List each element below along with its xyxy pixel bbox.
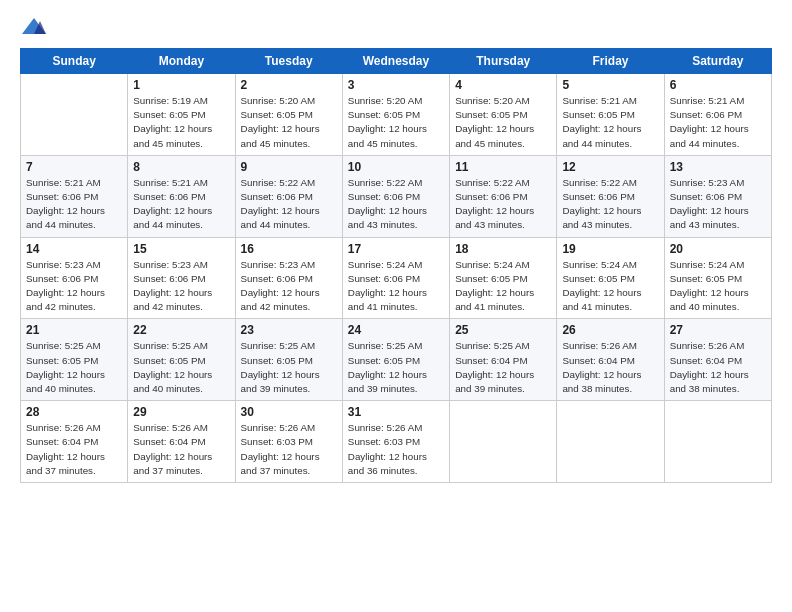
weekday-header-wednesday: Wednesday — [342, 49, 449, 74]
day-detail: Sunrise: 5:24 AM Sunset: 6:06 PM Dayligh… — [348, 258, 444, 315]
week-row-5: 28Sunrise: 5:26 AM Sunset: 6:04 PM Dayli… — [21, 401, 772, 483]
day-number: 16 — [241, 242, 337, 256]
week-row-1: 1Sunrise: 5:19 AM Sunset: 6:05 PM Daylig… — [21, 74, 772, 156]
day-detail: Sunrise: 5:23 AM Sunset: 6:06 PM Dayligh… — [670, 176, 766, 233]
day-number: 14 — [26, 242, 122, 256]
calendar-cell: 3Sunrise: 5:20 AM Sunset: 6:05 PM Daylig… — [342, 74, 449, 156]
day-number: 11 — [455, 160, 551, 174]
day-detail: Sunrise: 5:26 AM Sunset: 6:04 PM Dayligh… — [26, 421, 122, 478]
page: SundayMondayTuesdayWednesdayThursdayFrid… — [0, 0, 792, 612]
calendar-cell: 4Sunrise: 5:20 AM Sunset: 6:05 PM Daylig… — [450, 74, 557, 156]
weekday-header-thursday: Thursday — [450, 49, 557, 74]
day-detail: Sunrise: 5:20 AM Sunset: 6:05 PM Dayligh… — [348, 94, 444, 151]
day-number: 4 — [455, 78, 551, 92]
calendar-cell: 16Sunrise: 5:23 AM Sunset: 6:06 PM Dayli… — [235, 237, 342, 319]
calendar-cell: 17Sunrise: 5:24 AM Sunset: 6:06 PM Dayli… — [342, 237, 449, 319]
calendar-cell: 1Sunrise: 5:19 AM Sunset: 6:05 PM Daylig… — [128, 74, 235, 156]
day-detail: Sunrise: 5:26 AM Sunset: 6:04 PM Dayligh… — [670, 339, 766, 396]
weekday-header-tuesday: Tuesday — [235, 49, 342, 74]
day-detail: Sunrise: 5:21 AM Sunset: 6:06 PM Dayligh… — [26, 176, 122, 233]
weekday-header-monday: Monday — [128, 49, 235, 74]
week-row-3: 14Sunrise: 5:23 AM Sunset: 6:06 PM Dayli… — [21, 237, 772, 319]
calendar-cell: 7Sunrise: 5:21 AM Sunset: 6:06 PM Daylig… — [21, 155, 128, 237]
day-number: 15 — [133, 242, 229, 256]
day-number: 29 — [133, 405, 229, 419]
calendar-cell: 15Sunrise: 5:23 AM Sunset: 6:06 PM Dayli… — [128, 237, 235, 319]
day-detail: Sunrise: 5:20 AM Sunset: 6:05 PM Dayligh… — [241, 94, 337, 151]
week-row-2: 7Sunrise: 5:21 AM Sunset: 6:06 PM Daylig… — [21, 155, 772, 237]
day-number: 1 — [133, 78, 229, 92]
day-detail: Sunrise: 5:24 AM Sunset: 6:05 PM Dayligh… — [455, 258, 551, 315]
day-detail: Sunrise: 5:25 AM Sunset: 6:05 PM Dayligh… — [26, 339, 122, 396]
calendar-cell: 14Sunrise: 5:23 AM Sunset: 6:06 PM Dayli… — [21, 237, 128, 319]
logo — [20, 16, 52, 38]
calendar-cell: 30Sunrise: 5:26 AM Sunset: 6:03 PM Dayli… — [235, 401, 342, 483]
calendar-cell — [21, 74, 128, 156]
day-number: 8 — [133, 160, 229, 174]
day-number: 20 — [670, 242, 766, 256]
calendar-cell: 23Sunrise: 5:25 AM Sunset: 6:05 PM Dayli… — [235, 319, 342, 401]
day-detail: Sunrise: 5:23 AM Sunset: 6:06 PM Dayligh… — [241, 258, 337, 315]
calendar-cell: 12Sunrise: 5:22 AM Sunset: 6:06 PM Dayli… — [557, 155, 664, 237]
day-detail: Sunrise: 5:23 AM Sunset: 6:06 PM Dayligh… — [133, 258, 229, 315]
day-detail: Sunrise: 5:25 AM Sunset: 6:05 PM Dayligh… — [241, 339, 337, 396]
calendar-cell: 19Sunrise: 5:24 AM Sunset: 6:05 PM Dayli… — [557, 237, 664, 319]
calendar-cell — [557, 401, 664, 483]
calendar-cell: 22Sunrise: 5:25 AM Sunset: 6:05 PM Dayli… — [128, 319, 235, 401]
day-detail: Sunrise: 5:22 AM Sunset: 6:06 PM Dayligh… — [562, 176, 658, 233]
calendar-cell: 26Sunrise: 5:26 AM Sunset: 6:04 PM Dayli… — [557, 319, 664, 401]
day-detail: Sunrise: 5:25 AM Sunset: 6:05 PM Dayligh… — [133, 339, 229, 396]
calendar-cell: 27Sunrise: 5:26 AM Sunset: 6:04 PM Dayli… — [664, 319, 771, 401]
day-number: 28 — [26, 405, 122, 419]
weekday-header-friday: Friday — [557, 49, 664, 74]
day-number: 30 — [241, 405, 337, 419]
calendar-cell: 9Sunrise: 5:22 AM Sunset: 6:06 PM Daylig… — [235, 155, 342, 237]
day-detail: Sunrise: 5:23 AM Sunset: 6:06 PM Dayligh… — [26, 258, 122, 315]
weekday-header-saturday: Saturday — [664, 49, 771, 74]
calendar-cell: 29Sunrise: 5:26 AM Sunset: 6:04 PM Dayli… — [128, 401, 235, 483]
calendar-cell: 13Sunrise: 5:23 AM Sunset: 6:06 PM Dayli… — [664, 155, 771, 237]
day-number: 27 — [670, 323, 766, 337]
calendar-cell: 28Sunrise: 5:26 AM Sunset: 6:04 PM Dayli… — [21, 401, 128, 483]
calendar-cell: 21Sunrise: 5:25 AM Sunset: 6:05 PM Dayli… — [21, 319, 128, 401]
day-number: 12 — [562, 160, 658, 174]
calendar-cell: 6Sunrise: 5:21 AM Sunset: 6:06 PM Daylig… — [664, 74, 771, 156]
day-number: 10 — [348, 160, 444, 174]
weekday-header-sunday: Sunday — [21, 49, 128, 74]
day-detail: Sunrise: 5:26 AM Sunset: 6:04 PM Dayligh… — [562, 339, 658, 396]
day-detail: Sunrise: 5:22 AM Sunset: 6:06 PM Dayligh… — [348, 176, 444, 233]
day-number: 25 — [455, 323, 551, 337]
header — [20, 16, 772, 38]
day-detail: Sunrise: 5:21 AM Sunset: 6:05 PM Dayligh… — [562, 94, 658, 151]
day-detail: Sunrise: 5:21 AM Sunset: 6:06 PM Dayligh… — [670, 94, 766, 151]
calendar-cell: 11Sunrise: 5:22 AM Sunset: 6:06 PM Dayli… — [450, 155, 557, 237]
day-detail: Sunrise: 5:24 AM Sunset: 6:05 PM Dayligh… — [670, 258, 766, 315]
calendar-cell: 24Sunrise: 5:25 AM Sunset: 6:05 PM Dayli… — [342, 319, 449, 401]
day-number: 7 — [26, 160, 122, 174]
day-detail: Sunrise: 5:25 AM Sunset: 6:04 PM Dayligh… — [455, 339, 551, 396]
day-number: 21 — [26, 323, 122, 337]
day-detail: Sunrise: 5:24 AM Sunset: 6:05 PM Dayligh… — [562, 258, 658, 315]
day-number: 5 — [562, 78, 658, 92]
day-detail: Sunrise: 5:22 AM Sunset: 6:06 PM Dayligh… — [241, 176, 337, 233]
calendar-cell: 10Sunrise: 5:22 AM Sunset: 6:06 PM Dayli… — [342, 155, 449, 237]
day-number: 2 — [241, 78, 337, 92]
day-detail: Sunrise: 5:21 AM Sunset: 6:06 PM Dayligh… — [133, 176, 229, 233]
weekday-header-row: SundayMondayTuesdayWednesdayThursdayFrid… — [21, 49, 772, 74]
day-detail: Sunrise: 5:19 AM Sunset: 6:05 PM Dayligh… — [133, 94, 229, 151]
day-detail: Sunrise: 5:20 AM Sunset: 6:05 PM Dayligh… — [455, 94, 551, 151]
calendar-cell: 20Sunrise: 5:24 AM Sunset: 6:05 PM Dayli… — [664, 237, 771, 319]
day-detail: Sunrise: 5:25 AM Sunset: 6:05 PM Dayligh… — [348, 339, 444, 396]
day-number: 13 — [670, 160, 766, 174]
day-number: 22 — [133, 323, 229, 337]
calendar-cell: 18Sunrise: 5:24 AM Sunset: 6:05 PM Dayli… — [450, 237, 557, 319]
calendar-cell: 31Sunrise: 5:26 AM Sunset: 6:03 PM Dayli… — [342, 401, 449, 483]
day-number: 9 — [241, 160, 337, 174]
day-detail: Sunrise: 5:22 AM Sunset: 6:06 PM Dayligh… — [455, 176, 551, 233]
calendar-cell — [664, 401, 771, 483]
day-number: 24 — [348, 323, 444, 337]
calendar-cell — [450, 401, 557, 483]
day-number: 3 — [348, 78, 444, 92]
calendar-cell: 5Sunrise: 5:21 AM Sunset: 6:05 PM Daylig… — [557, 74, 664, 156]
week-row-4: 21Sunrise: 5:25 AM Sunset: 6:05 PM Dayli… — [21, 319, 772, 401]
